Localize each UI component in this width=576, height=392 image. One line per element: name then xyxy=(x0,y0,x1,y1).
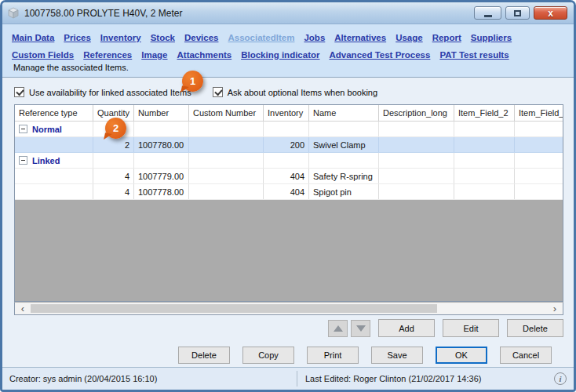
arrow-down-icon xyxy=(356,325,366,332)
creator-text: Creator: sys admin (20/04/2015 16:10) xyxy=(9,374,297,383)
tab-references[interactable]: References xyxy=(83,50,132,60)
tab-row-1: Main DataPricesInventoryStockDevicesAsso… xyxy=(12,28,564,45)
collapse-group-icon[interactable] xyxy=(19,125,27,133)
cell-inventory: 404 xyxy=(264,184,309,199)
col-header-description-long[interactable]: Description_long xyxy=(379,105,454,121)
page-description: Manage the associated Items. xyxy=(12,63,564,75)
col-header-item-field-3[interactable]: Item_Field_3 xyxy=(515,105,563,121)
tab-alternatives[interactable]: Alternatives xyxy=(334,33,386,42)
cell-name: Safety R-spring xyxy=(309,169,379,183)
collapse-group-icon[interactable] xyxy=(19,156,27,165)
horizontal-scrollbar[interactable]: ‹ › xyxy=(14,302,563,315)
grid-empty-area xyxy=(15,200,563,302)
window-title: 1007758.00 PROLYTE H40V, 2 Meter xyxy=(24,8,182,19)
group-row-linked[interactable]: Linked xyxy=(15,153,563,169)
group-row-normal[interactable]: Normal xyxy=(15,122,563,137)
cell-inventory: 404 xyxy=(264,169,309,183)
minimize-icon xyxy=(484,15,492,17)
cell-quantity: 4 xyxy=(93,169,134,183)
scrollbar-thumb[interactable] xyxy=(31,304,437,313)
callout-badge-2: 2 xyxy=(105,118,126,139)
group-label: Linked xyxy=(32,156,60,165)
table-row-spigot-pin[interactable]: 4 1007778.00 404 Spigot pin xyxy=(15,184,563,200)
tab-main-data[interactable]: Main Data xyxy=(12,33,54,42)
cell-inventory: 200 xyxy=(264,137,309,152)
tab-prices[interactable]: Prices xyxy=(64,33,91,42)
table-row-swivel-clamp[interactable]: 2 1007780.00 200 Swivel Clamp xyxy=(15,137,563,153)
ok-button[interactable]: OK xyxy=(436,347,487,364)
grid-header-row: Reference type Quantity Number Custom Nu… xyxy=(15,105,563,122)
tab-usage[interactable]: Usage xyxy=(396,33,423,42)
title-bar[interactable]: 1007758.00 PROLYTE H40V, 2 Meter x xyxy=(2,2,574,24)
associated-items-panel: Use availability for linked associated I… xyxy=(2,78,574,369)
cell-name: Spigot pin xyxy=(309,184,379,199)
edit-button[interactable]: Edit xyxy=(443,319,499,337)
ask-optional-checkbox[interactable] xyxy=(213,87,223,97)
col-header-reference-type[interactable]: Reference type xyxy=(15,105,93,121)
move-up-button[interactable] xyxy=(328,320,348,337)
close-button[interactable]: x xyxy=(534,6,567,20)
status-bar: Creator: sys admin (20/04/2015 16:10) La… xyxy=(2,367,574,390)
tab-row-2: Custom FieldsReferencesImageAttachmentsB… xyxy=(12,45,564,63)
tab-blocking-indicator[interactable]: Blocking indicator xyxy=(241,50,319,60)
associated-items-grid: Reference type Quantity Number Custom Nu… xyxy=(14,104,563,302)
tab-advanced-test-process[interactable]: Advanced Test Process xyxy=(329,50,430,60)
maximize-button[interactable] xyxy=(505,6,530,20)
col-header-number[interactable]: Number xyxy=(134,105,189,121)
tab-report[interactable]: Report xyxy=(432,33,461,42)
cell-number: 1007780.00 xyxy=(134,137,189,152)
col-header-inventory[interactable]: Inventory xyxy=(264,105,309,121)
copy-button[interactable]: Copy xyxy=(242,347,294,364)
table-row-safety-r-spring[interactable]: 4 1007779.00 404 Safety R-spring xyxy=(15,169,563,184)
print-button[interactable]: Print xyxy=(307,347,359,364)
callout-badge-1: 1 xyxy=(182,71,203,92)
use-availability-option: Use availability for linked associated I… xyxy=(14,87,191,97)
ask-optional-option: Ask about optional Items when booking xyxy=(213,87,377,97)
maximize-icon xyxy=(514,10,521,16)
tab-associated-item[interactable]: AssociatedItem xyxy=(228,33,294,42)
scroll-left-icon[interactable]: ‹ xyxy=(16,303,29,314)
delete-button[interactable]: Delete xyxy=(178,347,230,364)
use-availability-label: Use availability for linked associated I… xyxy=(29,88,191,97)
cell-number: 1007779.00 xyxy=(134,169,189,183)
add-button[interactable]: Add xyxy=(378,319,435,337)
tab-pat-test-results[interactable]: PAT Test results xyxy=(439,50,509,60)
col-header-item-field-2[interactable]: Item_Field_2 xyxy=(454,105,515,121)
last-edited-text: Last Edited: Roger Clinton (21/02/2017 1… xyxy=(305,374,481,383)
cell-name: Swivel Clamp xyxy=(309,137,379,152)
cancel-button[interactable]: Cancel xyxy=(500,347,552,364)
move-down-button[interactable] xyxy=(351,320,370,337)
tab-image[interactable]: Image xyxy=(141,50,167,60)
tab-inventory[interactable]: Inventory xyxy=(100,33,141,42)
tab-stock[interactable]: Stock xyxy=(151,33,175,42)
cell-quantity: 4 xyxy=(93,184,134,199)
footer-divider xyxy=(297,371,297,387)
scroll-right-icon[interactable]: › xyxy=(549,303,561,314)
tab-band: Main DataPricesInventoryStockDevicesAsso… xyxy=(2,24,574,78)
item-dialog-window: 1007758.00 PROLYTE H40V, 2 Meter x Main … xyxy=(0,0,576,392)
use-availability-checkbox[interactable] xyxy=(14,87,24,97)
tab-attachments[interactable]: Attachments xyxy=(177,50,232,60)
minimize-button[interactable] xyxy=(474,6,501,20)
ask-optional-label: Ask about optional Items when booking xyxy=(228,88,377,97)
cell-number: 1007778.00 xyxy=(134,184,189,199)
item-cube-icon xyxy=(7,7,20,20)
info-icon[interactable]: i xyxy=(554,372,567,385)
arrow-up-icon xyxy=(334,325,343,332)
save-button[interactable]: Save xyxy=(371,347,423,364)
col-header-name[interactable]: Name xyxy=(309,105,379,121)
tab-custom-fields[interactable]: Custom Fields xyxy=(12,50,74,60)
col-header-custom-number[interactable]: Custom Number xyxy=(189,105,264,121)
delete-row-button[interactable]: Delete xyxy=(507,319,563,337)
group-label: Normal xyxy=(32,125,62,134)
cell-quantity: 2 xyxy=(93,137,134,152)
tab-devices[interactable]: Devices xyxy=(184,33,218,42)
close-icon: x xyxy=(548,9,553,18)
tab-suppliers[interactable]: Suppliers xyxy=(471,33,512,42)
tab-jobs[interactable]: Jobs xyxy=(304,33,325,42)
